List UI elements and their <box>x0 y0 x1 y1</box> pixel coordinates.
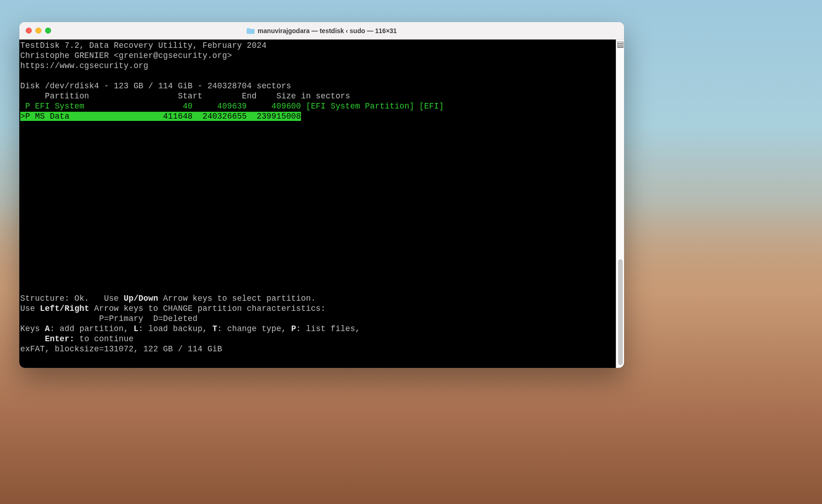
disk-info-line: Disk /dev/rdisk4 - 123 GB / 114 GiB - 24… <box>20 81 291 91</box>
key-t: T <box>212 324 217 333</box>
updown-key-hint: Up/Down <box>124 294 158 303</box>
header-line-3: https://www.cgsecurity.org <box>20 61 148 70</box>
scrollbar-top-icon[interactable] <box>617 41 624 48</box>
structure-line: Structure: Ok. Use Up/Down Arrow keys to… <box>20 294 316 303</box>
enter-key: Enter: <box>45 334 75 344</box>
header-line-1: TestDisk 7.2, Data Recovery Utility, Feb… <box>20 41 266 50</box>
window-title: manuvirajgodara — testdisk ‹ sudo — 116×… <box>258 27 397 34</box>
partition-row-efi[interactable]: P EFI System 40 409639 409600 [EFI Syste… <box>20 102 444 111</box>
scrollbar-thumb[interactable] <box>618 259 623 365</box>
terminal-window: manuvirajgodara — testdisk ‹ sudo — 116×… <box>19 22 624 368</box>
keys-line: Keys A: add partition, L: load backup, T… <box>20 324 360 333</box>
terminal-body[interactable]: TestDisk 7.2, Data Recovery Utility, Feb… <box>19 40 624 368</box>
scrollbar[interactable] <box>616 40 624 368</box>
window-title-container: manuvirajgodara — testdisk ‹ sudo — 116×… <box>19 27 624 34</box>
key-p: P <box>291 324 296 333</box>
leftright-key-hint: Left/Right <box>40 304 89 313</box>
traffic-lights <box>26 28 51 34</box>
key-a: A <box>45 324 50 333</box>
header-line-2: Christophe GRENIER <grenier@cgsecurity.o… <box>20 51 232 60</box>
leftright-line: Use Left/Right Arrow keys to CHANGE part… <box>20 304 326 313</box>
enter-line: Enter: to continue <box>20 334 133 344</box>
columns-header: Partition Start End Size in sectors <box>20 92 350 101</box>
partition-row-msdata-selected[interactable]: >P MS Data 411648 240326655 239915008 <box>20 112 301 121</box>
folder-icon <box>247 28 255 34</box>
close-icon[interactable] <box>26 28 32 34</box>
minimize-icon[interactable] <box>35 28 41 34</box>
legend-line: P=Primary D=Deleted <box>20 314 197 323</box>
titlebar[interactable]: manuvirajgodara — testdisk ‹ sudo — 116×… <box>19 22 624 40</box>
filesystem-line: exFAT, blocksize=131072, 122 GB / 114 Gi… <box>20 344 222 354</box>
terminal-content[interactable]: TestDisk 7.2, Data Recovery Utility, Feb… <box>19 40 616 368</box>
key-l: L <box>133 324 139 333</box>
zoom-icon[interactable] <box>45 28 51 34</box>
